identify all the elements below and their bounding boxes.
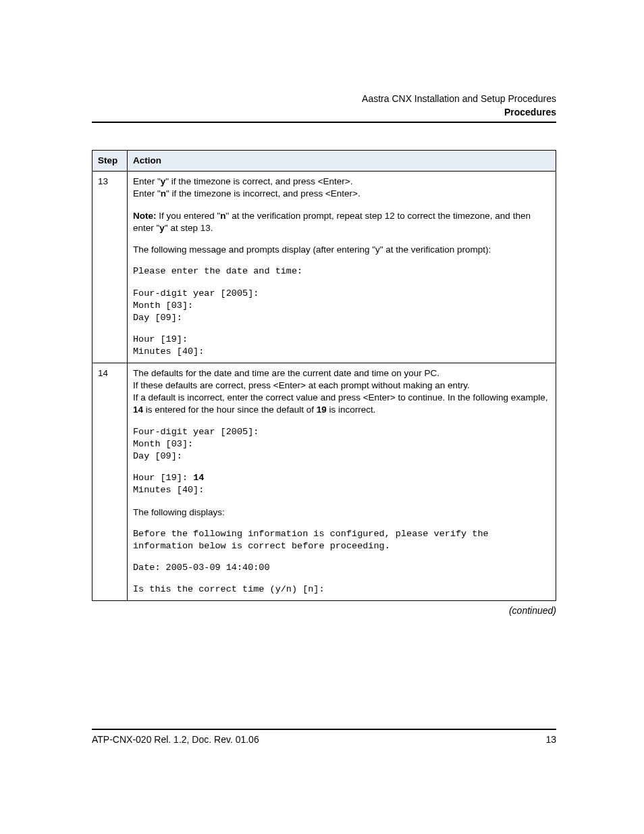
code-block: Please enter the date and time:: [133, 265, 550, 278]
section-title: Procedures: [92, 107, 556, 118]
continued-label: (continued): [92, 605, 556, 616]
header-rule: [92, 122, 556, 123]
table-row: 13 Enter "y" if the timezone is correct,…: [92, 172, 556, 363]
code-block: Before the following information is conf…: [133, 528, 550, 552]
code-block: Hour [19]: Minutes [40]:: [133, 334, 550, 358]
code-block: Hour [19]: 14 Minutes [40]:: [133, 472, 550, 496]
doc-title: Aastra CNX Installation and Setup Proced…: [92, 93, 556, 104]
step-action: Enter "y" if the timezone is correct, an…: [128, 172, 556, 363]
table-row: 14 The defaults for the date and time ar…: [92, 363, 556, 600]
step-number: 14: [92, 363, 128, 600]
step-number: 13: [92, 172, 128, 363]
code-block: Date: 2005-03-09 14:40:00: [133, 562, 550, 574]
code-block: Is this the correct time (y/n) [n]:: [133, 583, 550, 596]
page: Aastra CNX Installation and Setup Proced…: [0, 0, 644, 834]
footer-rule: [92, 729, 556, 730]
steps-table: Step Action 13 Enter "y" if the timezone…: [92, 150, 556, 601]
col-header-step: Step: [92, 151, 128, 172]
page-header: Aastra CNX Installation and Setup Proced…: [92, 93, 556, 118]
code-block: Four-digit year [2005]: Month [03]: Day …: [133, 288, 550, 325]
footer-page-number: 13: [545, 734, 556, 745]
code-block: Four-digit year [2005]: Month [03]: Day …: [133, 426, 550, 463]
col-header-action: Action: [128, 151, 556, 172]
page-footer: ATP-CNX-020 Rel. 1.2, Doc. Rev. 01.06 13: [92, 729, 556, 745]
step-action: The defaults for the date and time are t…: [128, 363, 556, 600]
footer-doc-id: ATP-CNX-020 Rel. 1.2, Doc. Rev. 01.06: [92, 734, 259, 745]
